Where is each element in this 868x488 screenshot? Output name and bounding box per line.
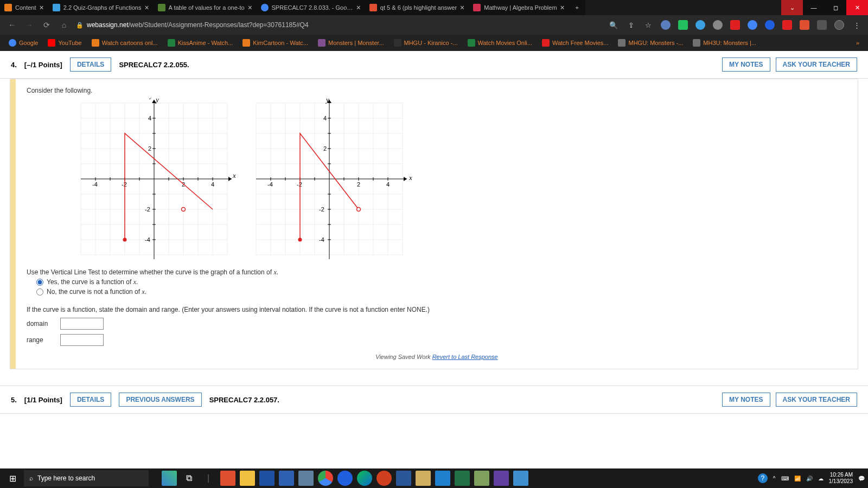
details-button[interactable]: DETAILS bbox=[70, 393, 111, 407]
back-button[interactable]: ← bbox=[7, 20, 17, 30]
chevron-up-icon[interactable]: ^ bbox=[773, 476, 776, 481]
app-icon[interactable] bbox=[220, 471, 235, 486]
close-icon[interactable]: × bbox=[248, 3, 252, 12]
radio-no[interactable] bbox=[36, 288, 43, 296]
help-icon[interactable]: ? bbox=[758, 473, 768, 483]
extension-icon[interactable] bbox=[678, 20, 688, 30]
tab-mathway[interactable]: Mathway | Algebra Problem× bbox=[469, 0, 569, 15]
close-icon[interactable]: × bbox=[356, 3, 361, 12]
tab-quiz[interactable]: 2.2 Quiz-Graphs of Functions× bbox=[48, 0, 154, 15]
notifications-icon[interactable]: 💬 bbox=[858, 476, 865, 481]
close-icon[interactable]: × bbox=[560, 3, 565, 12]
url-field[interactable]: 🔒 webassign.net/web/Student/Assignment-R… bbox=[76, 21, 602, 29]
powerpoint-icon[interactable] bbox=[376, 471, 392, 486]
function-graph: -4 -2 2 4 -4 -2 2 4 x y y bbox=[70, 98, 847, 262]
profile-avatar[interactable] bbox=[834, 20, 844, 30]
bookmark-star-icon[interactable]: ☆ bbox=[643, 20, 653, 30]
extension-icon[interactable] bbox=[695, 20, 705, 30]
extension-icon[interactable] bbox=[730, 20, 740, 30]
minimize-button[interactable]: — bbox=[803, 0, 825, 15]
domain-input[interactable] bbox=[60, 318, 104, 330]
app-icon[interactable] bbox=[259, 471, 275, 486]
bookmark-kiranico[interactable]: MHGU - Kiranico -... bbox=[394, 39, 458, 47]
file-explorer-icon[interactable] bbox=[240, 471, 255, 486]
bookmark-cartoons[interactable]: Watch cartoons onl... bbox=[92, 39, 158, 47]
extension-icon[interactable] bbox=[800, 20, 809, 30]
share-icon[interactable]: ⇪ bbox=[626, 20, 636, 30]
close-icon[interactable]: × bbox=[460, 3, 464, 12]
news-widget-icon[interactable] bbox=[162, 471, 177, 486]
app-icon[interactable] bbox=[494, 471, 509, 486]
svg-text:-4: -4 bbox=[319, 236, 324, 243]
saved-work-notice: Viewing Saved Work Revert to Last Respon… bbox=[27, 350, 847, 361]
extension-icon[interactable] bbox=[661, 20, 671, 30]
excel-icon[interactable] bbox=[455, 471, 470, 486]
my-notes-button[interactable]: MY NOTES bbox=[722, 393, 770, 407]
extension-icon[interactable] bbox=[765, 20, 775, 30]
extension-icon[interactable] bbox=[713, 20, 723, 30]
bookmark-google[interactable]: Google bbox=[9, 39, 38, 47]
home-button[interactable]: ⌂ bbox=[59, 20, 69, 30]
bookmark-kimcartoon[interactable]: KimCartoon - Watc... bbox=[242, 39, 308, 47]
svg-text:y: y bbox=[325, 98, 329, 104]
window-close-button[interactable]: ✕ bbox=[846, 0, 868, 15]
word-icon[interactable] bbox=[396, 471, 411, 486]
question-points: [–/1 Points] bbox=[24, 61, 62, 69]
volume-icon[interactable]: 🔊 bbox=[806, 476, 813, 481]
app-icon[interactable] bbox=[474, 471, 489, 486]
app-icon[interactable] bbox=[337, 471, 353, 486]
previous-answers-button[interactable]: PREVIOUS ANSWERS bbox=[119, 393, 201, 407]
bookmark-youtube[interactable]: YouTube bbox=[48, 39, 81, 47]
photos-icon[interactable] bbox=[513, 471, 528, 486]
wifi-icon[interactable]: 📶 bbox=[794, 476, 801, 481]
bookmark-monsters[interactable]: Monsters | Monster... bbox=[318, 39, 384, 47]
radio-option-no[interactable]: No, the curve is not a function of x. bbox=[36, 288, 847, 296]
calculator-icon[interactable] bbox=[279, 471, 294, 486]
forward-button[interactable]: → bbox=[24, 20, 35, 30]
taskbar-search[interactable]: ⌕Type here to search bbox=[24, 470, 149, 486]
bookmark-freemovies[interactable]: Watch Free Movies... bbox=[542, 39, 609, 47]
ask-teacher-button[interactable]: ASK YOUR TEACHER bbox=[776, 393, 857, 407]
reload-button[interactable]: ⟳ bbox=[41, 20, 52, 30]
close-icon[interactable]: × bbox=[144, 3, 149, 12]
kebab-menu-icon[interactable]: ⋮ bbox=[852, 20, 861, 30]
mail-icon[interactable] bbox=[435, 471, 450, 486]
x-axis-label: x bbox=[232, 171, 236, 179]
search-icon[interactable]: 🔍 bbox=[609, 20, 618, 30]
extensions-puzzle-icon[interactable] bbox=[817, 20, 827, 30]
close-icon[interactable]: × bbox=[40, 3, 44, 12]
ask-teacher-button[interactable]: ASK YOUR TEACHER bbox=[776, 57, 857, 72]
range-input[interactable] bbox=[60, 334, 104, 346]
system-clock[interactable]: 10:26 AM1/13/2023 bbox=[829, 472, 853, 485]
tab-chegg[interactable]: qt 5 & 6 (pls highlight answer× bbox=[365, 0, 469, 15]
question-reference: SPRECALC7 2.2.057. bbox=[209, 396, 279, 404]
tab-content[interactable]: Content× bbox=[0, 0, 48, 15]
bookmark-mhgu[interactable]: MHGU: Monsters -... bbox=[618, 39, 683, 47]
tab-table[interactable]: A table of values for a one-to× bbox=[154, 0, 257, 15]
svg-point-91 bbox=[298, 238, 302, 242]
bookmark-mh3u[interactable]: MH3U: Monsters |... bbox=[693, 39, 756, 47]
tab-google[interactable]: SPRECALC7 2.8.033. - Google× bbox=[257, 0, 365, 15]
edge-icon[interactable] bbox=[357, 471, 372, 486]
details-button[interactable]: DETAILS bbox=[70, 57, 111, 72]
radio-option-yes[interactable]: Yes, the curve is a function of x. bbox=[36, 278, 847, 286]
bookmark-kissanime[interactable]: KissAnime - Watch... bbox=[168, 39, 233, 47]
bookmarks-overflow[interactable]: » bbox=[856, 40, 859, 46]
my-notes-button[interactable]: MY NOTES bbox=[722, 57, 770, 72]
start-button[interactable]: ⊞ bbox=[3, 469, 22, 487]
new-tab-button[interactable]: + bbox=[569, 0, 585, 15]
app-icon[interactable] bbox=[416, 471, 431, 486]
app-icon[interactable] bbox=[298, 471, 314, 486]
task-view-icon[interactable]: ⧉ bbox=[181, 471, 196, 486]
maximize-button[interactable]: ◻ bbox=[825, 0, 846, 15]
chrome-icon[interactable] bbox=[318, 471, 333, 486]
keyboard-icon[interactable]: ⌨ bbox=[781, 476, 789, 481]
revert-link[interactable]: Revert to Last Response bbox=[432, 354, 498, 360]
tabs-dropdown[interactable]: ⌄ bbox=[781, 0, 803, 15]
extension-icon[interactable] bbox=[748, 20, 757, 30]
bookmark-watchmovies[interactable]: Watch Movies Onli... bbox=[468, 39, 532, 47]
vlt-instruction: Use the Vertical Line Test to determine … bbox=[27, 268, 847, 277]
cloud-icon[interactable]: ☁ bbox=[818, 476, 824, 481]
extension-icon[interactable] bbox=[782, 20, 792, 30]
radio-yes[interactable] bbox=[36, 279, 43, 286]
